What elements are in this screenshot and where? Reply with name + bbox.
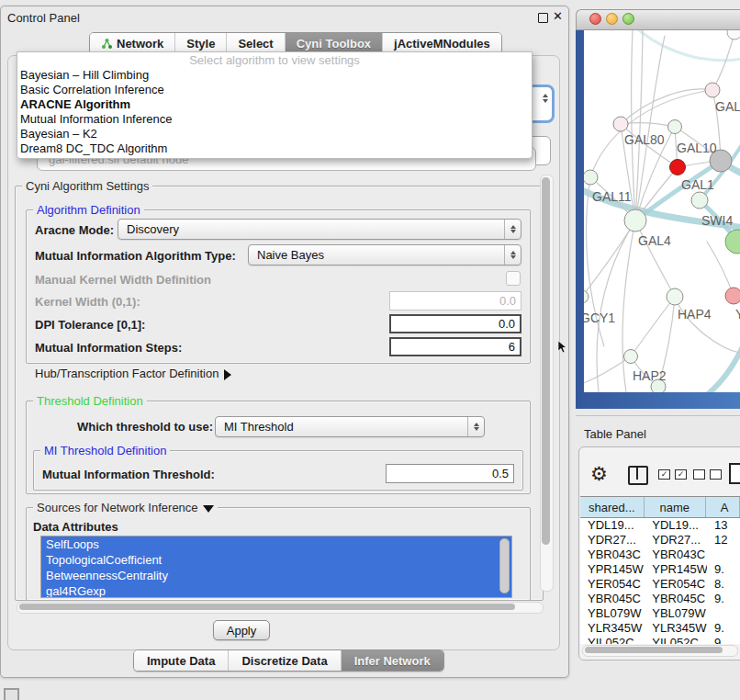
network-edge[interactable]: [675, 297, 740, 354]
gear-icon[interactable]: ⚙: [590, 463, 608, 485]
file-icon[interactable]: [729, 463, 740, 484]
zoom-traffic-light[interactable]: [622, 13, 634, 25]
mi-threshold-field[interactable]: [386, 464, 514, 483]
table-header-cell[interactable]: shared...: [580, 497, 645, 517]
network-edge[interactable]: [639, 30, 740, 61]
network-edge[interactable]: [635, 30, 643, 220]
attribute-item[interactable]: SelfLoops: [41, 536, 511, 552]
table-hscrollbar-thumb[interactable]: [585, 647, 723, 653]
tab-label: jActiveMNodules: [394, 37, 490, 51]
mi-threshold-legend: MI Threshold Definition: [40, 444, 170, 457]
network-node[interactable]: [725, 230, 740, 254]
dpi-tolerance-field[interactable]: [389, 314, 521, 333]
hub-definition-expander[interactable]: Hub/Transcription Factor Definition: [35, 367, 231, 380]
network-node-label: HAP2: [633, 368, 667, 383]
attribute-item[interactable]: BetweennessCentrality: [41, 568, 511, 583]
table-row[interactable]: YDR27...YDR27...12: [580, 533, 740, 548]
float-window-icon[interactable]: [538, 13, 548, 23]
table-cell: YDR27...: [645, 533, 707, 548]
network-canvas[interactable]: GALGAL80GAL10GAL1GAL11SWI4GAL4GCY1HAP4YH…: [584, 30, 740, 392]
table-cell: 9.: [707, 562, 740, 577]
table-cell: YDL19...: [645, 518, 707, 533]
mi-type-value: Naive Bayes: [249, 248, 504, 262]
screen: Control Panel ✕ NetworkStyleSelectCyni T…: [0, 0, 740, 700]
expand-right-icon: [224, 369, 231, 380]
algorithm-option[interactable]: Mutual Information Inference: [17, 112, 532, 127]
kernel-width-label: Kernel Width (0,1):: [35, 295, 140, 309]
table-row[interactable]: YLR345WYLR345W9.: [580, 621, 740, 636]
mi-type-combo[interactable]: Naive Bayes: [248, 244, 521, 265]
network-node-gal11[interactable]: [584, 170, 598, 185]
network-edge[interactable]: [621, 89, 712, 124]
select-all-checkboxes-icon[interactable]: ✓✓: [658, 469, 687, 480]
mouse-cursor: [558, 341, 567, 354]
network-node-hap4[interactable]: [667, 288, 683, 305]
settings-vscrollbar[interactable]: [540, 175, 554, 592]
docked-panel-icon[interactable]: [4, 688, 19, 700]
algorithm-option[interactable]: Bayesian – Hill Climbing: [17, 68, 532, 83]
table-header-cell[interactable]: name: [645, 497, 706, 517]
network-edge[interactable]: [674, 341, 740, 392]
settings-hscrollbar[interactable]: [17, 602, 544, 614]
network-node-gcy1[interactable]: [584, 290, 589, 303]
list-scrollbar-thumb[interactable]: [499, 538, 510, 593]
network-edge[interactable]: [621, 123, 675, 127]
network-node-gal1[interactable]: [670, 160, 686, 175]
network-edge[interactable]: [632, 30, 635, 220]
table-cell: 9.: [707, 592, 740, 606]
network-edge[interactable]: [635, 220, 675, 297]
table-row[interactable]: YIL052CYIL052C9.: [580, 636, 740, 644]
network-node-swi4[interactable]: [691, 192, 708, 209]
bottom-tab-discretize-data[interactable]: Discretize Data: [228, 650, 340, 671]
network-node-hap2[interactable]: [624, 350, 638, 364]
aracne-mode-combo[interactable]: Discovery: [118, 219, 521, 240]
minimize-traffic-light[interactable]: [606, 13, 618, 25]
deselect-all-checkboxes-icon[interactable]: [693, 469, 722, 480]
close-icon[interactable]: ✕: [553, 9, 563, 23]
network-node-gal10[interactable]: [668, 120, 682, 134]
bottom-tab-impute-data[interactable]: Impute Data: [134, 650, 228, 671]
algorithm-dropdown-popup: Select algorithm to view settings Bayesi…: [17, 51, 533, 159]
attribute-item[interactable]: gal4RGexp: [41, 583, 511, 598]
data-attributes-list[interactable]: SelfLoopsTopologicalCoefficientBetweenne…: [40, 536, 512, 598]
columns-icon[interactable]: [628, 466, 648, 485]
settings-vscrollbar-thumb[interactable]: [542, 177, 550, 545]
table-row[interactable]: YBR043CYBR043C: [580, 548, 740, 562]
network-node-label: GAL1: [681, 177, 714, 192]
algorithm-option[interactable]: ARACNE Algorithm: [17, 97, 532, 112]
bottom-tab-infer-network[interactable]: Infer Network: [341, 650, 443, 671]
settings-hscrollbar-thumb[interactable]: [19, 604, 515, 610]
control-panel-title: Control Panel: [7, 11, 80, 25]
aracne-mode-value: Discovery: [118, 222, 504, 236]
apply-button[interactable]: Apply: [213, 620, 270, 640]
network-edge[interactable]: [622, 220, 635, 392]
table-row[interactable]: YPR145WYPR145W9.: [580, 562, 740, 577]
table-row[interactable]: YER054CYER054C8.: [580, 577, 740, 592]
table-header-cell[interactable]: A: [706, 497, 740, 517]
which-threshold-combo[interactable]: MI Threshold: [215, 416, 485, 437]
network-node-y[interactable]: [725, 288, 740, 304]
sources-legend[interactable]: Sources for Network Inference: [33, 501, 218, 514]
table-row[interactable]: YBR045CYBR045C9.: [580, 592, 740, 606]
algorithm-option[interactable]: Bayesian – K2: [17, 127, 532, 141]
collapse-down-icon: [203, 505, 214, 513]
stepper-icon: [504, 220, 521, 239]
table-cell: YBR045C: [580, 592, 645, 606]
network-node-gal4[interactable]: [624, 209, 646, 231]
close-traffic-light[interactable]: [589, 13, 601, 25]
algorithm-option[interactable]: Basic Correlation Inference: [17, 83, 532, 97]
table-row[interactable]: YDL19...YDL19...13: [580, 518, 740, 533]
algorithm-option[interactable]: Dream8 DC_TDC Algorithm: [17, 141, 532, 156]
table-row[interactable]: YBL079WYBL079W: [580, 606, 740, 621]
table-cell: YDL19...: [580, 518, 645, 533]
mi-steps-field[interactable]: [389, 337, 521, 356]
network-node[interactable]: [727, 30, 740, 40]
network-edge[interactable]: [584, 220, 635, 297]
network-node-gal80[interactable]: [613, 117, 628, 131]
manual-kernel-checkbox[interactable]: [506, 271, 521, 286]
network-node-gal[interactable]: [705, 83, 720, 97]
attribute-item[interactable]: TopologicalCoefficient: [41, 552, 511, 568]
tab-label: Network: [117, 37, 163, 51]
network-node-label: GAL10: [677, 141, 717, 155]
kernel-width-field[interactable]: [389, 291, 521, 310]
